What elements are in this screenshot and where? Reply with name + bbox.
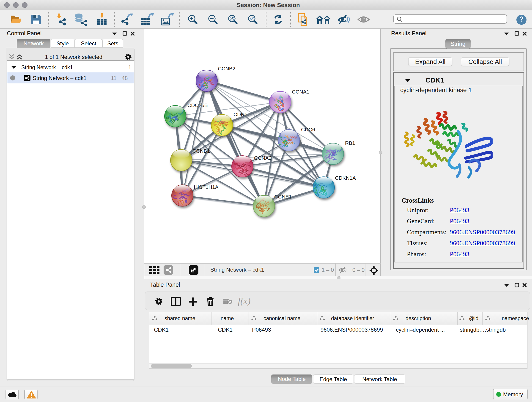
svg-text:CDC6: CDC6 — [301, 127, 315, 133]
svg-text:CDC25B: CDC25B — [187, 102, 208, 108]
svg-text:CCNE1: CCNE1 — [274, 194, 292, 200]
svg-text:CCNA2: CCNA2 — [254, 155, 272, 161]
svg-text:RB1: RB1 — [345, 140, 355, 146]
svg-text:CDKN1A: CDKN1A — [335, 175, 356, 181]
svg-text:CCNA1: CCNA1 — [292, 89, 309, 95]
svg-text:CDK1: CDK1 — [234, 112, 247, 117]
svg-text:HIST1H1A: HIST1H1A — [194, 184, 219, 190]
svg-text:CCNB2: CCNB2 — [218, 66, 235, 71]
svg-text:CCNB1: CCNB1 — [192, 148, 210, 154]
